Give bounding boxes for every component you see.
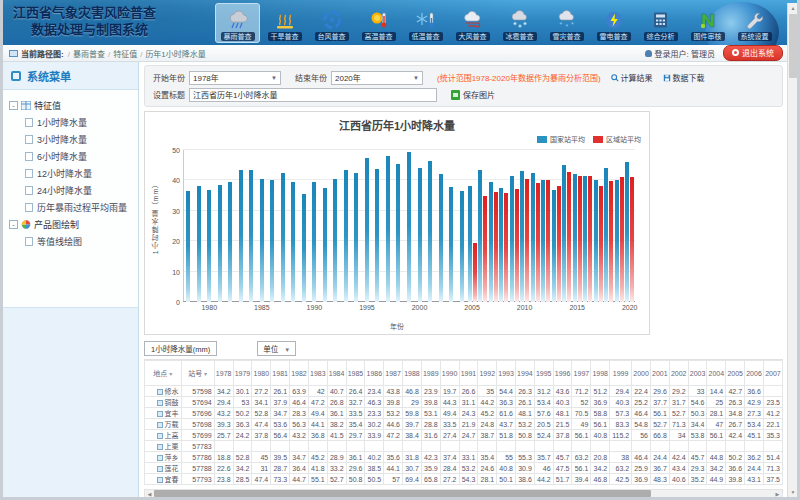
col-header-year-1983[interactable]: 1983 (308, 361, 327, 386)
col-header-year-1997[interactable]: 1997 (572, 361, 591, 386)
station-icon (157, 389, 163, 395)
col-header-year-2003[interactable]: 2003 (688, 361, 707, 386)
col-header-year-1998[interactable]: 1998 (591, 361, 610, 386)
horizontal-scrollbar[interactable]: ◀ ▶ (144, 489, 783, 497)
scroll-down-icon[interactable]: ▼ (788, 487, 798, 497)
col-header-year-1995[interactable]: 1995 (534, 361, 553, 386)
chart-bar-group-2000 (414, 168, 425, 302)
calc-result-button[interactable]: 计算结果 (611, 72, 653, 83)
col-header-year-2000[interactable]: 2000 (632, 361, 651, 386)
vertical-scrollbar[interactable]: ▲ ▼ (787, 3, 797, 497)
toolbar-item-low-temp[interactable]: 低温普查 (403, 3, 448, 43)
cell-value: 37.5 (763, 474, 782, 485)
col-header-year-1986[interactable]: 1986 (365, 361, 384, 386)
col-header-year-2007[interactable]: 2007 (763, 361, 782, 386)
col-header-year-1978[interactable]: 1978 (214, 361, 233, 386)
col-header-year-1987[interactable]: 1987 (384, 361, 403, 386)
toolbar-item-rainstorm[interactable]: 暴雨普查 (215, 3, 260, 43)
col-header-year-1981[interactable]: 1981 (271, 361, 290, 386)
sidebar-item-12小时降水量[interactable]: 12小时降水量 (25, 167, 134, 180)
horizontal-scroll-thumb[interactable] (154, 490, 651, 497)
bar-national-avg (604, 168, 608, 302)
unit-dropdown[interactable]: 单位 ▼ (257, 341, 296, 356)
toolbar-item-map-review[interactable]: 图件审核 (685, 3, 730, 43)
sidebar-item-24小时降水量[interactable]: 24小时降水量 (25, 184, 134, 197)
tree-group-1[interactable]: -产品图绘制 (9, 218, 134, 231)
toolbar-item-high-temp[interactable]: 高温普查 (356, 3, 401, 43)
col-header-year-1996[interactable]: 1996 (553, 361, 572, 386)
col-header-year-1984[interactable]: 1984 (327, 361, 346, 386)
col-header-year-1980[interactable]: 1980 (252, 361, 271, 386)
col-header-year-1992[interactable]: 1992 (478, 361, 497, 386)
user-icon (645, 50, 652, 57)
unit-box: 1小时降水量(mm) (144, 341, 217, 356)
cell-value: 44.1 (384, 463, 403, 474)
cell-value: 46.8 (591, 474, 610, 485)
legend-item-国家站平均[interactable]: 国家站平均 (537, 134, 585, 144)
filter-bar: 开始年份 1978年 ▼ 结束年份 2020年 ▼ (统计范围1978-2020… (144, 65, 783, 107)
tree-expander-icon[interactable]: - (9, 220, 18, 229)
end-year-select[interactable]: 2020年 ▼ (331, 71, 423, 85)
cell-value: 42.9 (745, 397, 764, 408)
cell-value: 52.7 (650, 419, 669, 430)
col-header-place[interactable]: 地点 ▾ (145, 361, 182, 386)
col-header-station[interactable]: 站号 ▾ (181, 361, 214, 386)
breadcrumb-item[interactable]: 历年1小时降水量 (145, 50, 205, 59)
cell-value: 38.6 (515, 474, 534, 485)
toolbar-item-lightning[interactable]: 雷电普查 (591, 3, 636, 43)
toolbar-item-hail[interactable]: 冰雹普查 (497, 3, 542, 43)
toolbar-item-label: 高温普查 (362, 32, 396, 41)
cell-value: 50.8 (515, 430, 534, 441)
col-header-year-2005[interactable]: 2005 (726, 361, 745, 386)
breadcrumb-item[interactable]: 特征值 (113, 50, 137, 59)
tree-group-0[interactable]: -特征值 (9, 99, 134, 112)
cell-value (515, 441, 534, 452)
chart-bar-group-1997 (383, 156, 394, 302)
col-header-year-1979[interactable]: 1979 (233, 361, 252, 386)
toolbar-item-typhoon[interactable]: 台风普查 (309, 3, 354, 43)
col-header-year-1991[interactable]: 1991 (459, 361, 478, 386)
col-header-year-1999[interactable]: 1999 (610, 361, 632, 386)
toolbar-item-snow[interactable]: ***雪灾普查 (544, 3, 589, 43)
tree-expander-icon[interactable]: - (9, 101, 18, 110)
toolbar-item-gale[interactable]: 大风普查 (450, 3, 495, 43)
col-header-year-2002[interactable]: 2002 (669, 361, 688, 386)
col-header-year-1982[interactable]: 1982 (290, 361, 309, 386)
col-header-year-2006[interactable]: 2006 (745, 361, 764, 386)
logout-button[interactable]: 退出系统 (723, 45, 783, 61)
col-header-year-2004[interactable]: 2004 (707, 361, 726, 386)
chart-bar-group-2003 (446, 187, 457, 302)
col-header-year-1994[interactable]: 1994 (515, 361, 534, 386)
sidebar-item-等值线绘图[interactable]: 等值线绘图 (25, 235, 134, 248)
scroll-up-icon[interactable]: ▲ (788, 3, 798, 13)
vertical-scroll-thumb[interactable] (789, 14, 797, 78)
cell-value: 36.9 (591, 397, 610, 408)
toolbar-item-settings[interactable]: 系统设置 (732, 3, 777, 43)
toolbar-item-drought[interactable]: 干旱普查 (262, 3, 307, 43)
legend-item-区域站平均[interactable]: 区域站平均 (593, 134, 641, 144)
col-header-year-1988[interactable]: 1988 (403, 361, 422, 386)
sidebar-item-6小时降水量[interactable]: 6小时降水量 (25, 150, 134, 163)
cell-value: 65.8 (421, 474, 440, 485)
toolbar-item-calculator[interactable]: 综合分析 (638, 3, 683, 43)
cell-value: 31.8 (403, 452, 422, 463)
col-header-year-1993[interactable]: 1993 (497, 361, 516, 386)
cell-value: 55 (497, 452, 516, 463)
sidebar-item-1小时降水量[interactable]: 1小时降水量 (25, 116, 134, 129)
sidebar-item-3小时降水量[interactable]: 3小时降水量 (25, 133, 134, 146)
col-header-year-1985[interactable]: 1985 (346, 361, 365, 386)
bar-national-avg (531, 173, 535, 302)
col-header-year-2001[interactable]: 2001 (650, 361, 669, 386)
col-header-year-1990[interactable]: 1990 (440, 361, 459, 386)
cell-value: 45.1 (745, 430, 764, 441)
sidebar-item-历年暴雨过程平均雨量[interactable]: 历年暴雨过程平均雨量 (25, 201, 134, 214)
scroll-right-icon[interactable]: ▶ (773, 490, 782, 497)
start-year-select[interactable]: 1978年 ▼ (189, 71, 281, 85)
breadcrumb-item[interactable]: 暴雨普查 (73, 50, 105, 59)
cell-value: 42.5 (610, 474, 632, 485)
chart-title-input[interactable] (189, 88, 437, 102)
col-header-year-1989[interactable]: 1989 (421, 361, 440, 386)
save-image-button[interactable]: 保存图片 (463, 89, 495, 100)
scroll-left-icon[interactable]: ◀ (145, 490, 154, 497)
data-download-button[interactable]: 数据下载 (663, 72, 705, 83)
